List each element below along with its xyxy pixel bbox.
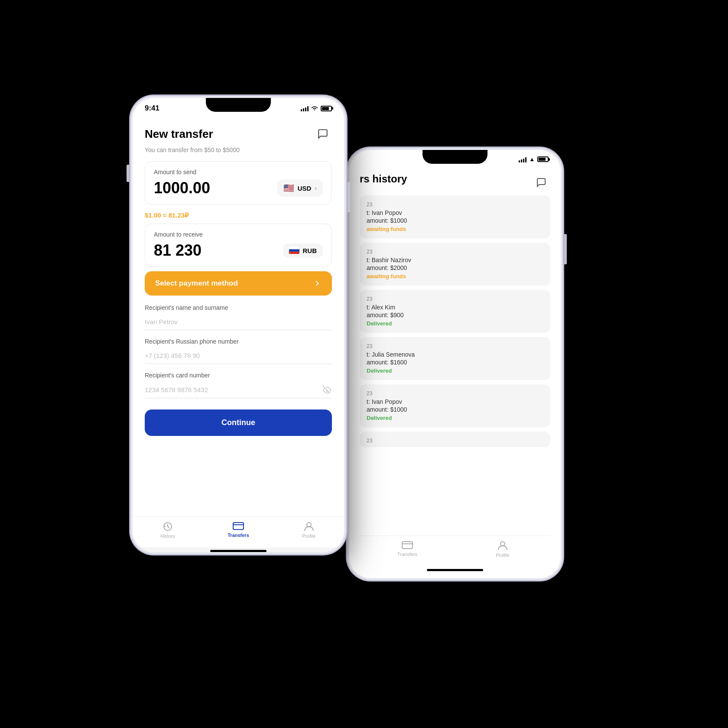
signal-icon-back bbox=[519, 156, 526, 162]
bottom-nav-back: Transfers Profile bbox=[360, 536, 550, 566]
history-list: 23 t: Ivan Popov amount: $1000 awaiting … bbox=[360, 195, 550, 536]
amount-send-value: 1000.00 bbox=[154, 179, 210, 197]
svg-rect-5 bbox=[289, 252, 299, 254]
notch-front bbox=[206, 98, 271, 112]
signal-icon-front bbox=[301, 105, 309, 111]
recipient-phone-label: Recipient's Russian phone number bbox=[145, 338, 332, 345]
select-payment-button[interactable]: Select payment method bbox=[145, 271, 332, 296]
svg-rect-7 bbox=[233, 523, 244, 530]
hi-name: t: Alex Kim bbox=[367, 304, 543, 311]
hi-status: Delivered bbox=[367, 415, 543, 421]
nav-label-transfers-back: Transfers bbox=[397, 552, 417, 557]
history-screen: rs history 23 t: Ivan Popov bbox=[349, 166, 561, 578]
hi-amount: amount: $1000 bbox=[367, 406, 543, 413]
hi-date: 23 bbox=[367, 390, 543, 396]
recipient-name-value: Ivan Petrov bbox=[145, 318, 178, 325]
hi-amount: amount: $1000 bbox=[367, 217, 543, 224]
amount-send-label: Amount to send bbox=[154, 169, 323, 176]
eye-off-icon bbox=[322, 386, 332, 393]
battery-icon-back bbox=[537, 156, 549, 162]
nav-label-transfers: Transfers bbox=[228, 533, 249, 538]
continue-label: Continue bbox=[221, 418, 255, 427]
history-icon bbox=[162, 521, 173, 532]
list-item[interactable]: 23 t: Ivan Popov amount: $1000 Delivered bbox=[360, 384, 550, 427]
nav-item-transfers-back[interactable]: Transfers bbox=[360, 540, 455, 558]
notch-back bbox=[422, 150, 488, 164]
list-item[interactable]: 23 bbox=[360, 432, 550, 447]
exchange-rate: $1.00 = 81.23₽ bbox=[145, 211, 332, 219]
hi-date: 23 bbox=[367, 438, 543, 444]
chevron-right-payment-icon bbox=[313, 279, 322, 288]
battery-icon-front bbox=[321, 106, 332, 111]
hi-name: t: Ivan Popov bbox=[367, 209, 543, 216]
page-title: New transfer bbox=[145, 127, 213, 141]
amount-send-card: Amount to send 1000.00 🇺🇸 USD › bbox=[145, 161, 332, 205]
svg-rect-4 bbox=[289, 249, 299, 251]
currency-usd-label: USD bbox=[298, 185, 312, 192]
nav-label-profile-back: Profile bbox=[496, 552, 509, 558]
select-payment-label: Select payment method bbox=[155, 279, 238, 288]
hi-name: t: Bashir Nazirov bbox=[367, 257, 543, 263]
profile-icon bbox=[304, 521, 314, 532]
svg-rect-0 bbox=[402, 542, 413, 549]
hi-date: 23 bbox=[367, 202, 543, 208]
wifi-icon-back: ▲ bbox=[529, 156, 535, 162]
recipient-name-label: Recipient's name and surname bbox=[145, 304, 332, 311]
currency-rub-label: RUB bbox=[303, 247, 317, 254]
recipient-phone-input[interactable]: +7 (123) 456 78 90 bbox=[145, 348, 332, 364]
recipient-card-value: 1234 5678 9876 5432 bbox=[145, 386, 208, 393]
hi-status: awaiting funds bbox=[367, 273, 543, 280]
nav-item-profile-back[interactable]: Profile bbox=[455, 540, 550, 558]
nav-label-profile: Profile bbox=[302, 533, 315, 539]
hi-status: Delivered bbox=[367, 320, 543, 327]
nav-item-profile[interactable]: Profile bbox=[273, 521, 344, 539]
bottom-nav-front: History Transfers Pr bbox=[133, 517, 344, 547]
home-indicator-back bbox=[427, 569, 483, 571]
hi-status: Delivered bbox=[367, 367, 543, 374]
hi-date: 23 bbox=[367, 249, 543, 255]
hi-amount: amount: $1600 bbox=[367, 359, 543, 366]
chat-button-back[interactable] bbox=[532, 173, 550, 192]
hi-date: 23 bbox=[367, 343, 543, 349]
recipient-phone-value: +7 (123) 456 78 90 bbox=[145, 352, 200, 359]
currency-usd-badge[interactable]: 🇺🇸 USD › bbox=[277, 179, 323, 197]
transfers-icon bbox=[233, 521, 244, 531]
wifi-icon-front bbox=[311, 106, 318, 111]
usd-flag: 🇺🇸 bbox=[283, 183, 294, 193]
hi-date: 23 bbox=[367, 296, 543, 302]
chevron-right-icon: › bbox=[315, 185, 317, 192]
currency-rub-badge[interactable]: RUB bbox=[283, 244, 323, 258]
chat-button-front[interactable] bbox=[314, 125, 332, 143]
nav-label-history: History bbox=[160, 533, 175, 539]
nav-item-transfers[interactable]: Transfers bbox=[203, 521, 274, 539]
home-indicator-front bbox=[210, 550, 266, 552]
amount-receive-card: Amount to receive 81 230 bbox=[145, 224, 332, 267]
back-phone: ▲ rs history bbox=[347, 147, 563, 581]
amount-receive-label: Amount to receive bbox=[154, 231, 323, 238]
hi-amount: amount: $900 bbox=[367, 312, 543, 318]
transfer-screen: New transfer You can transfer from $50 t… bbox=[133, 116, 344, 517]
hi-name: t: Julia Semenova bbox=[367, 351, 543, 358]
list-item[interactable]: 23 t: Alex Kim amount: $900 Delivered bbox=[360, 290, 550, 333]
rub-flag-icon bbox=[289, 247, 299, 254]
list-item[interactable]: 23 t: Julia Semenova amount: $1600 Deliv… bbox=[360, 337, 550, 380]
recipient-name-input[interactable]: Ivan Petrov bbox=[145, 314, 332, 330]
list-item[interactable]: 23 t: Ivan Popov amount: $1000 awaiting … bbox=[360, 195, 550, 238]
hi-name: t: Ivan Popov bbox=[367, 398, 543, 405]
hi-status: awaiting funds bbox=[367, 226, 543, 232]
front-phone: 9:41 bbox=[130, 95, 347, 555]
hi-amount: amount: $2000 bbox=[367, 264, 543, 271]
recipient-card-input[interactable]: 1234 5678 9876 5432 bbox=[145, 381, 332, 398]
continue-button[interactable]: Continue bbox=[145, 410, 332, 436]
nav-item-history[interactable]: History bbox=[133, 521, 203, 539]
transfer-subtitle: You can transfer from $50 to $5000 bbox=[145, 146, 332, 153]
svg-rect-3 bbox=[289, 247, 299, 249]
history-title: rs history bbox=[360, 173, 407, 185]
list-item[interactable]: 23 t: Bashir Nazirov amount: $2000 await… bbox=[360, 243, 550, 286]
amount-receive-value: 81 230 bbox=[154, 241, 202, 260]
recipient-card-label: Recipient's card number bbox=[145, 372, 332, 379]
status-time: 9:41 bbox=[145, 104, 159, 113]
